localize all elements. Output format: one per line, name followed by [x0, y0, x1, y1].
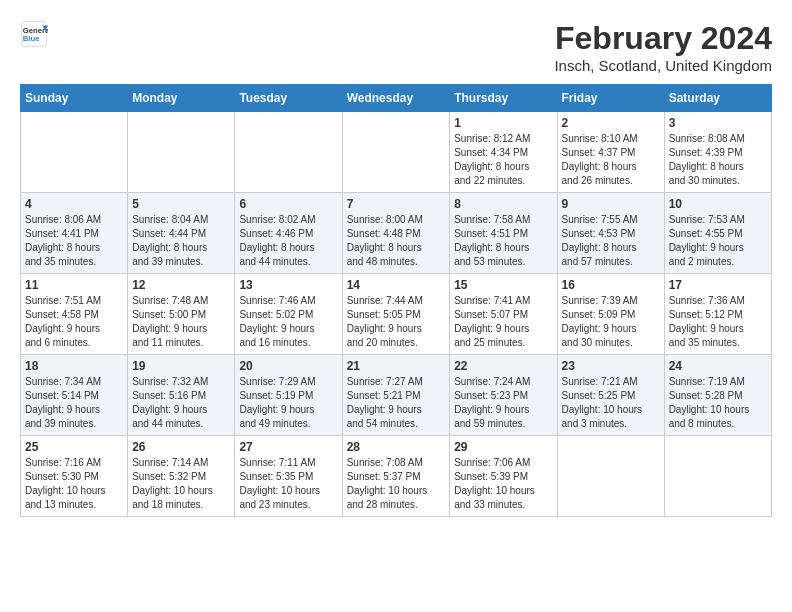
day-number: 19 — [132, 359, 230, 373]
day-info: Sunrise: 7:08 AM Sunset: 5:37 PM Dayligh… — [347, 456, 446, 512]
day-info: Sunrise: 7:34 AM Sunset: 5:14 PM Dayligh… — [25, 375, 123, 431]
day-number: 5 — [132, 197, 230, 211]
day-number: 7 — [347, 197, 446, 211]
day-info: Sunrise: 7:11 AM Sunset: 5:35 PM Dayligh… — [239, 456, 337, 512]
day-info: Sunrise: 8:08 AM Sunset: 4:39 PM Dayligh… — [669, 132, 767, 188]
day-header-thursday: Thursday — [450, 85, 557, 112]
day-number: 12 — [132, 278, 230, 292]
calendar: SundayMondayTuesdayWednesdayThursdayFrid… — [20, 84, 772, 517]
day-info: Sunrise: 7:58 AM Sunset: 4:51 PM Dayligh… — [454, 213, 552, 269]
day-number: 9 — [562, 197, 660, 211]
calendar-week-row: 18Sunrise: 7:34 AM Sunset: 5:14 PM Dayli… — [21, 355, 772, 436]
calendar-cell: 28Sunrise: 7:08 AM Sunset: 5:37 PM Dayli… — [342, 436, 450, 517]
calendar-cell: 13Sunrise: 7:46 AM Sunset: 5:02 PM Dayli… — [235, 274, 342, 355]
calendar-week-row: 1Sunrise: 8:12 AM Sunset: 4:34 PM Daylig… — [21, 112, 772, 193]
day-header-monday: Monday — [128, 85, 235, 112]
calendar-cell — [235, 112, 342, 193]
day-header-saturday: Saturday — [664, 85, 771, 112]
calendar-cell: 15Sunrise: 7:41 AM Sunset: 5:07 PM Dayli… — [450, 274, 557, 355]
calendar-cell: 20Sunrise: 7:29 AM Sunset: 5:19 PM Dayli… — [235, 355, 342, 436]
calendar-cell: 11Sunrise: 7:51 AM Sunset: 4:58 PM Dayli… — [21, 274, 128, 355]
day-info: Sunrise: 7:36 AM Sunset: 5:12 PM Dayligh… — [669, 294, 767, 350]
day-header-tuesday: Tuesday — [235, 85, 342, 112]
day-number: 29 — [454, 440, 552, 454]
day-info: Sunrise: 8:02 AM Sunset: 4:46 PM Dayligh… — [239, 213, 337, 269]
calendar-cell: 10Sunrise: 7:53 AM Sunset: 4:55 PM Dayli… — [664, 193, 771, 274]
day-number: 27 — [239, 440, 337, 454]
calendar-cell: 24Sunrise: 7:19 AM Sunset: 5:28 PM Dayli… — [664, 355, 771, 436]
day-info: Sunrise: 7:06 AM Sunset: 5:39 PM Dayligh… — [454, 456, 552, 512]
day-info: Sunrise: 7:55 AM Sunset: 4:53 PM Dayligh… — [562, 213, 660, 269]
day-header-sunday: Sunday — [21, 85, 128, 112]
day-number: 8 — [454, 197, 552, 211]
day-number: 11 — [25, 278, 123, 292]
calendar-cell — [557, 436, 664, 517]
calendar-cell: 25Sunrise: 7:16 AM Sunset: 5:30 PM Dayli… — [21, 436, 128, 517]
calendar-cell: 22Sunrise: 7:24 AM Sunset: 5:23 PM Dayli… — [450, 355, 557, 436]
logo: General Blue — [20, 20, 48, 48]
day-info: Sunrise: 7:29 AM Sunset: 5:19 PM Dayligh… — [239, 375, 337, 431]
day-number: 23 — [562, 359, 660, 373]
day-number: 10 — [669, 197, 767, 211]
day-number: 25 — [25, 440, 123, 454]
day-info: Sunrise: 7:46 AM Sunset: 5:02 PM Dayligh… — [239, 294, 337, 350]
title-area: February 2024 Insch, Scotland, United Ki… — [554, 20, 772, 74]
calendar-cell: 1Sunrise: 8:12 AM Sunset: 4:34 PM Daylig… — [450, 112, 557, 193]
main-title: February 2024 — [554, 20, 772, 57]
day-info: Sunrise: 7:16 AM Sunset: 5:30 PM Dayligh… — [25, 456, 123, 512]
day-info: Sunrise: 7:48 AM Sunset: 5:00 PM Dayligh… — [132, 294, 230, 350]
calendar-header-row: SundayMondayTuesdayWednesdayThursdayFrid… — [21, 85, 772, 112]
calendar-cell: 26Sunrise: 7:14 AM Sunset: 5:32 PM Dayli… — [128, 436, 235, 517]
calendar-week-row: 4Sunrise: 8:06 AM Sunset: 4:41 PM Daylig… — [21, 193, 772, 274]
day-header-wednesday: Wednesday — [342, 85, 450, 112]
day-number: 1 — [454, 116, 552, 130]
calendar-cell: 4Sunrise: 8:06 AM Sunset: 4:41 PM Daylig… — [21, 193, 128, 274]
calendar-cell: 19Sunrise: 7:32 AM Sunset: 5:16 PM Dayli… — [128, 355, 235, 436]
day-info: Sunrise: 7:51 AM Sunset: 4:58 PM Dayligh… — [25, 294, 123, 350]
calendar-cell: 5Sunrise: 8:04 AM Sunset: 4:44 PM Daylig… — [128, 193, 235, 274]
logo-icon: General Blue — [20, 20, 48, 48]
calendar-cell: 3Sunrise: 8:08 AM Sunset: 4:39 PM Daylig… — [664, 112, 771, 193]
calendar-cell: 12Sunrise: 7:48 AM Sunset: 5:00 PM Dayli… — [128, 274, 235, 355]
day-info: Sunrise: 7:39 AM Sunset: 5:09 PM Dayligh… — [562, 294, 660, 350]
day-info: Sunrise: 7:41 AM Sunset: 5:07 PM Dayligh… — [454, 294, 552, 350]
day-info: Sunrise: 7:24 AM Sunset: 5:23 PM Dayligh… — [454, 375, 552, 431]
calendar-cell — [21, 112, 128, 193]
day-info: Sunrise: 7:32 AM Sunset: 5:16 PM Dayligh… — [132, 375, 230, 431]
calendar-cell: 29Sunrise: 7:06 AM Sunset: 5:39 PM Dayli… — [450, 436, 557, 517]
calendar-cell: 8Sunrise: 7:58 AM Sunset: 4:51 PM Daylig… — [450, 193, 557, 274]
calendar-cell: 6Sunrise: 8:02 AM Sunset: 4:46 PM Daylig… — [235, 193, 342, 274]
day-number: 28 — [347, 440, 446, 454]
day-info: Sunrise: 7:27 AM Sunset: 5:21 PM Dayligh… — [347, 375, 446, 431]
day-info: Sunrise: 7:14 AM Sunset: 5:32 PM Dayligh… — [132, 456, 230, 512]
calendar-week-row: 11Sunrise: 7:51 AM Sunset: 4:58 PM Dayli… — [21, 274, 772, 355]
day-number: 4 — [25, 197, 123, 211]
calendar-cell: 16Sunrise: 7:39 AM Sunset: 5:09 PM Dayli… — [557, 274, 664, 355]
day-number: 17 — [669, 278, 767, 292]
calendar-cell — [664, 436, 771, 517]
header: General Blue February 2024 Insch, Scotla… — [20, 20, 772, 74]
day-number: 2 — [562, 116, 660, 130]
day-info: Sunrise: 8:10 AM Sunset: 4:37 PM Dayligh… — [562, 132, 660, 188]
calendar-cell: 2Sunrise: 8:10 AM Sunset: 4:37 PM Daylig… — [557, 112, 664, 193]
day-info: Sunrise: 7:19 AM Sunset: 5:28 PM Dayligh… — [669, 375, 767, 431]
day-number: 24 — [669, 359, 767, 373]
calendar-cell: 17Sunrise: 7:36 AM Sunset: 5:12 PM Dayli… — [664, 274, 771, 355]
day-number: 16 — [562, 278, 660, 292]
day-info: Sunrise: 7:53 AM Sunset: 4:55 PM Dayligh… — [669, 213, 767, 269]
calendar-cell: 9Sunrise: 7:55 AM Sunset: 4:53 PM Daylig… — [557, 193, 664, 274]
day-number: 14 — [347, 278, 446, 292]
day-number: 22 — [454, 359, 552, 373]
calendar-cell: 23Sunrise: 7:21 AM Sunset: 5:25 PM Dayli… — [557, 355, 664, 436]
calendar-cell: 18Sunrise: 7:34 AM Sunset: 5:14 PM Dayli… — [21, 355, 128, 436]
day-number: 18 — [25, 359, 123, 373]
calendar-cell: 14Sunrise: 7:44 AM Sunset: 5:05 PM Dayli… — [342, 274, 450, 355]
calendar-cell: 7Sunrise: 8:00 AM Sunset: 4:48 PM Daylig… — [342, 193, 450, 274]
subtitle: Insch, Scotland, United Kingdom — [554, 57, 772, 74]
day-number: 6 — [239, 197, 337, 211]
day-info: Sunrise: 7:44 AM Sunset: 5:05 PM Dayligh… — [347, 294, 446, 350]
calendar-cell: 27Sunrise: 7:11 AM Sunset: 5:35 PM Dayli… — [235, 436, 342, 517]
day-info: Sunrise: 8:06 AM Sunset: 4:41 PM Dayligh… — [25, 213, 123, 269]
svg-text:Blue: Blue — [23, 34, 40, 43]
day-info: Sunrise: 8:12 AM Sunset: 4:34 PM Dayligh… — [454, 132, 552, 188]
